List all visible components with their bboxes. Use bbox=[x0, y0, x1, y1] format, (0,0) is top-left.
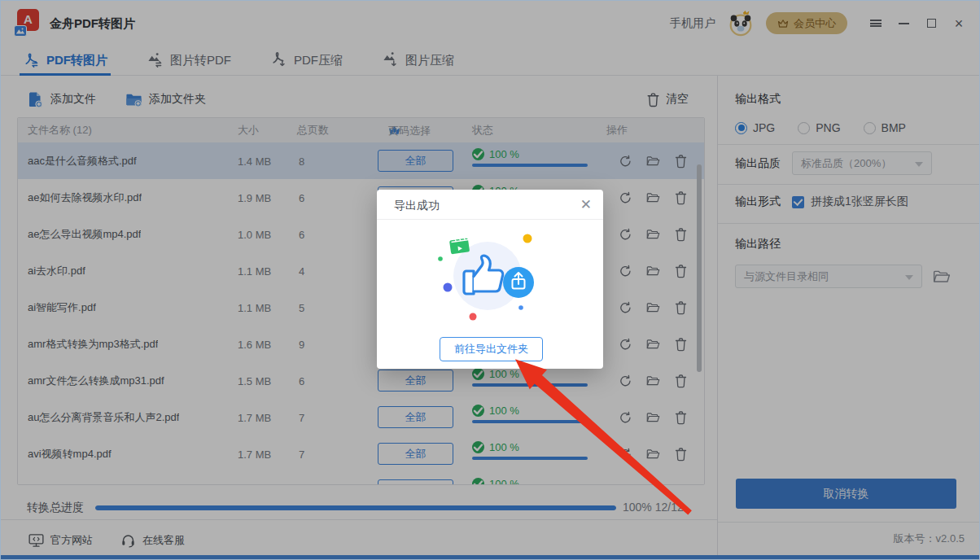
export-badge-icon bbox=[503, 267, 534, 298]
go-to-export-folder-button[interactable]: 前往导出文件夹 bbox=[440, 337, 543, 361]
export-success-dialog: 导出成功 ✕ bbox=[377, 190, 603, 369]
app-window: A 金舟PDF转图片 手机用户 会员中心 bbox=[0, 0, 980, 560]
dialog-header: 导出成功 ✕ bbox=[377, 190, 603, 220]
dialog-close-icon[interactable]: ✕ bbox=[580, 196, 592, 213]
dialog-title: 导出成功 bbox=[394, 199, 440, 213]
clapperboard-icon bbox=[449, 237, 470, 255]
thumbs-up-illustration bbox=[421, 225, 559, 326]
